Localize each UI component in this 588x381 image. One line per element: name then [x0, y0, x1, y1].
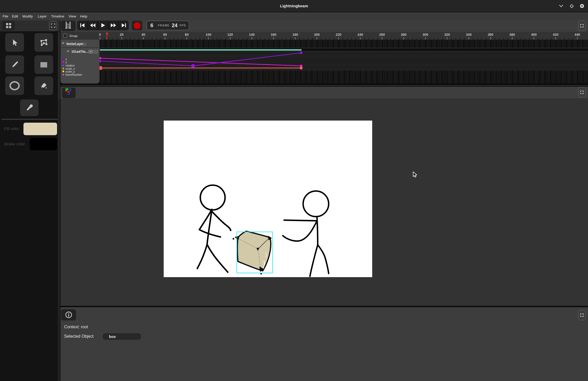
- svg-text:280: 280: [401, 33, 407, 37]
- svg-text:440: 440: [574, 33, 580, 37]
- svg-text:200: 200: [314, 33, 320, 37]
- svg-text:240: 240: [358, 33, 363, 37]
- svg-text:400: 400: [531, 33, 537, 37]
- svg-text:40: 40: [142, 33, 145, 37]
- svg-text:100: 100: [206, 33, 211, 37]
- svg-text:80: 80: [185, 33, 188, 37]
- svg-text:260: 260: [379, 33, 385, 37]
- svg-text:420: 420: [553, 33, 559, 37]
- svg-text:360: 360: [488, 33, 493, 37]
- svg-text:180: 180: [292, 33, 298, 37]
- svg-text:220: 220: [336, 33, 341, 37]
- svg-text:120: 120: [227, 33, 233, 37]
- svg-text:300: 300: [422, 33, 428, 37]
- svg-text:0: 0: [99, 33, 101, 37]
- svg-text:380: 380: [509, 33, 515, 37]
- svg-text:60: 60: [163, 33, 167, 37]
- svg-text:140: 140: [249, 33, 255, 37]
- svg-text:20: 20: [120, 33, 124, 37]
- svg-text:160: 160: [271, 33, 277, 37]
- svg-text:340: 340: [466, 33, 472, 37]
- svg-text:320: 320: [444, 33, 450, 37]
